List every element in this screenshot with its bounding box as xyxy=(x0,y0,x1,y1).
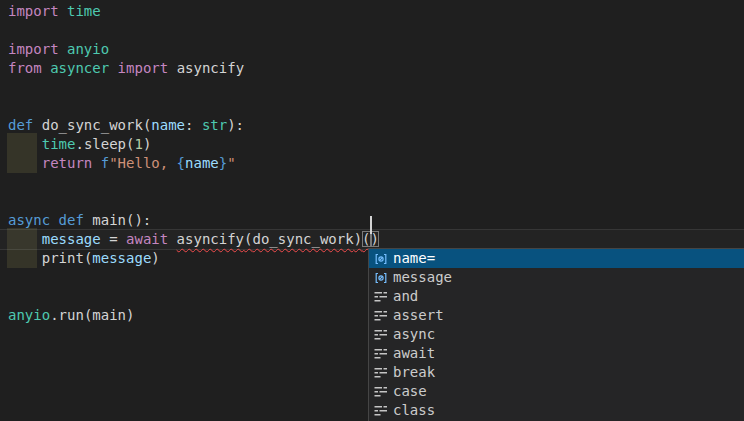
code-token: return xyxy=(42,155,101,171)
code-token: = xyxy=(101,231,126,247)
code-token: time xyxy=(67,3,101,19)
suggestion-label: break xyxy=(393,363,435,382)
suggestion-await[interactable]: await xyxy=(369,344,744,363)
code-token xyxy=(109,60,117,76)
code-token: " xyxy=(227,155,235,171)
code-token: print xyxy=(42,250,84,266)
suggestion-label: and xyxy=(393,287,418,306)
code-token: import xyxy=(8,41,67,57)
symbol-keyword-icon xyxy=(373,327,389,343)
code-token: { xyxy=(177,155,185,171)
symbol-keyword-icon xyxy=(373,365,389,381)
code-token: (): xyxy=(126,212,151,228)
code-token: anyio xyxy=(67,41,109,57)
suggestion-case[interactable]: case xyxy=(369,382,744,401)
code-token: . xyxy=(75,136,83,152)
code-line[interactable] xyxy=(8,192,744,211)
bracket-match: ) xyxy=(371,231,379,247)
code-token: sleep xyxy=(84,136,126,152)
suggestion-message[interactable]: message xyxy=(369,268,744,287)
code-token: def xyxy=(59,212,93,228)
suggestion-break[interactable]: break xyxy=(369,363,744,382)
symbol-keyword-icon xyxy=(373,308,389,324)
suggestion-label: class xyxy=(393,401,435,420)
code-token: import xyxy=(8,3,67,19)
code-token: main xyxy=(92,212,126,228)
code-token: await xyxy=(126,231,177,247)
suggest-widget[interactable]: name=messageandassertasyncawaitbreakcase… xyxy=(368,248,744,421)
code-token: do_sync_work xyxy=(42,117,143,133)
code-token: asyncify xyxy=(177,231,244,247)
symbol-keyword-icon xyxy=(373,384,389,400)
code-token: } xyxy=(219,155,227,171)
suggestion-label: await xyxy=(393,344,435,363)
code-token: def xyxy=(8,117,42,133)
code-line[interactable]: import anyio xyxy=(8,40,744,59)
code-line[interactable]: from asyncer import asyncify xyxy=(8,59,744,78)
code-token xyxy=(8,250,42,266)
code-line[interactable]: async def main(): xyxy=(8,211,744,230)
code-token: ) xyxy=(354,231,362,247)
code-token: name xyxy=(151,117,185,133)
code-token xyxy=(8,231,42,247)
code-token: str xyxy=(202,117,227,133)
code-token: asyncify xyxy=(177,60,244,76)
code-line[interactable]: message = await asyncify(do_sync_work)() xyxy=(8,230,744,249)
code-token: name xyxy=(185,155,219,171)
suggestion-label: case xyxy=(393,382,427,401)
code-token xyxy=(8,136,42,152)
error-squiggle: asyncify(do_sync_work)() xyxy=(177,231,379,247)
code-token: message xyxy=(92,250,151,266)
code-token: ) xyxy=(151,250,159,266)
code-token: run xyxy=(59,307,84,323)
code-token: async xyxy=(8,212,59,228)
code-token: import xyxy=(118,60,177,76)
code-token: time xyxy=(42,136,76,152)
code-token: ): xyxy=(227,117,244,133)
code-line[interactable] xyxy=(8,78,744,97)
code-token: f xyxy=(101,155,109,171)
code-line[interactable] xyxy=(8,97,744,116)
suggest-list: name=messageandassertasyncawaitbreakcase… xyxy=(369,249,744,420)
code-token: do_sync_work xyxy=(252,231,353,247)
code-token: anyio xyxy=(8,307,50,323)
symbol-keyword-icon xyxy=(373,403,389,419)
symbol-variable-icon xyxy=(373,270,389,286)
suggestion-class[interactable]: class xyxy=(369,401,744,420)
suggestion-name[interactable]: name= xyxy=(369,249,744,268)
suggestion-async[interactable]: async xyxy=(369,325,744,344)
suggestion-and[interactable]: and xyxy=(369,287,744,306)
suggestion-label: message xyxy=(393,268,452,287)
code-token: ) xyxy=(126,307,134,323)
suggestion-label: async xyxy=(393,325,435,344)
code-line[interactable]: import time xyxy=(8,2,744,21)
code-token: message xyxy=(42,231,101,247)
code-token: . xyxy=(50,307,58,323)
code-token xyxy=(8,155,42,171)
code-line[interactable] xyxy=(8,173,744,192)
symbol-variable-icon xyxy=(373,251,389,267)
vscode-editor-screenshot: { "editor": { "palette": { "kwc": "#C586… xyxy=(0,0,744,421)
code-token: 1 xyxy=(134,136,142,152)
code-token: "Hello, xyxy=(109,155,176,171)
suggestion-assert[interactable]: assert xyxy=(369,306,744,325)
symbol-keyword-icon xyxy=(373,289,389,305)
code-token: asyncer xyxy=(50,60,109,76)
code-line[interactable] xyxy=(8,21,744,40)
code-token: from xyxy=(8,60,50,76)
code-token: : xyxy=(185,117,202,133)
code-token: ) xyxy=(143,136,151,152)
code-token: main xyxy=(92,307,126,323)
symbol-keyword-icon xyxy=(373,346,389,362)
code-line[interactable]: time.sleep(1) xyxy=(8,135,744,154)
suggestion-label: assert xyxy=(393,306,444,325)
suggestion-label: name= xyxy=(393,249,435,268)
code-line[interactable]: def do_sync_work(name: str): xyxy=(8,116,744,135)
code-line[interactable]: return f"Hello, {name}" xyxy=(8,154,744,173)
